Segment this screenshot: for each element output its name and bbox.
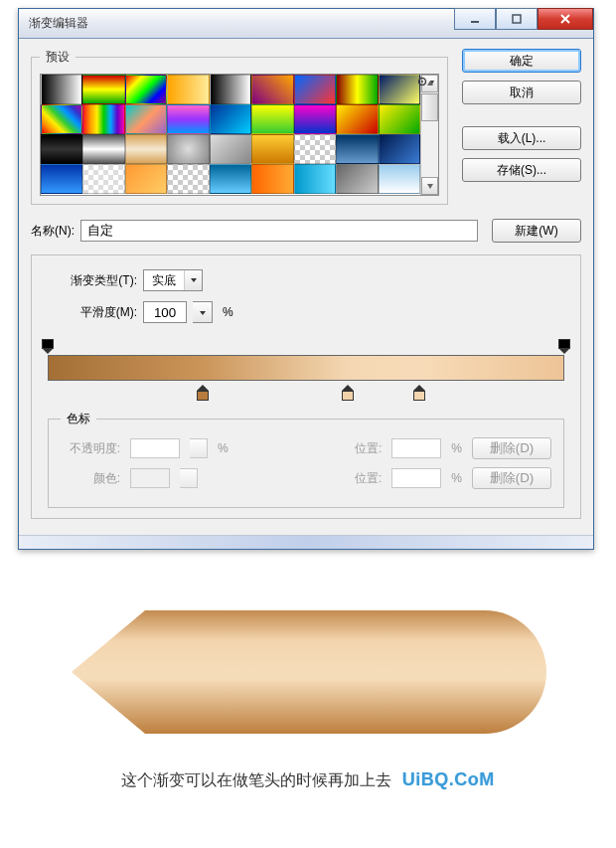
preset-swatch[interactable] <box>125 164 167 194</box>
close-button[interactable] <box>538 8 593 30</box>
position-label: 位置: <box>322 470 382 487</box>
load-button[interactable]: 载入(L)... <box>462 126 581 150</box>
svg-point-5 <box>421 81 423 83</box>
preset-swatch[interactable] <box>125 134 167 164</box>
preset-swatch[interactable] <box>294 134 336 164</box>
smoothness-label: 平滑度(M): <box>48 304 137 321</box>
color-position-input[interactable] <box>391 468 441 488</box>
gradient-track-area <box>48 333 564 403</box>
preset-swatch[interactable] <box>294 104 336 134</box>
preset-swatch[interactable] <box>41 134 82 164</box>
preset-swatch[interactable] <box>251 164 293 194</box>
scrollbar[interactable] <box>420 75 438 195</box>
preset-swatch[interactable] <box>251 104 293 134</box>
percent-label: % <box>223 305 233 319</box>
color-stepper[interactable] <box>180 468 198 488</box>
preset-swatch[interactable] <box>167 134 209 164</box>
gradient-bar[interactable] <box>48 355 564 381</box>
scroll-down-button[interactable] <box>421 177 438 195</box>
percent-label: % <box>451 471 462 485</box>
chevron-down-icon: ▾ <box>430 78 434 86</box>
opacity-position-input[interactable] <box>391 438 441 458</box>
smoothness-input[interactable] <box>143 301 187 323</box>
preset-swatch[interactable] <box>41 75 82 104</box>
pencil-result-image <box>68 604 548 740</box>
name-input[interactable] <box>80 220 478 242</box>
preset-swatch[interactable] <box>210 104 251 134</box>
scroll-track[interactable] <box>421 121 438 177</box>
color-stops-group: 色标 不透明度: % 位置: % 删除(D) 颜色: <box>48 411 564 508</box>
percent-label: % <box>218 441 229 455</box>
caption: 这个渐变可以在做笔头的时候再加上去 UiBQ.CoM <box>0 769 616 791</box>
percent-label: % <box>451 441 462 455</box>
watermark: UiBQ.CoM <box>402 769 495 790</box>
gear-icon[interactable]: ▾ <box>415 74 435 89</box>
svg-marker-9 <box>200 311 206 315</box>
preset-swatch[interactable] <box>336 104 378 134</box>
chevron-down-icon <box>184 270 202 290</box>
preset-swatch[interactable] <box>82 104 124 134</box>
color-swatch-input[interactable] <box>130 468 170 488</box>
preset-swatch[interactable] <box>251 75 293 104</box>
window-title: 渐变编辑器 <box>29 15 88 32</box>
save-button[interactable]: 存储(S)... <box>462 158 581 182</box>
preset-swatch[interactable] <box>41 104 82 134</box>
color-stop-handle[interactable] <box>342 385 354 401</box>
color-stop-handle[interactable] <box>413 385 425 401</box>
preset-swatch[interactable] <box>125 75 167 104</box>
opacity-stop-handle[interactable] <box>42 339 54 355</box>
preset-swatch[interactable] <box>379 75 420 104</box>
preset-swatch[interactable] <box>336 75 378 104</box>
new-button[interactable]: 新建(W) <box>492 219 581 243</box>
type-label: 渐变类型(T): <box>48 272 137 289</box>
preset-swatch[interactable] <box>379 164 420 194</box>
opacity-stop-handle[interactable] <box>558 339 570 355</box>
scroll-thumb[interactable] <box>421 93 438 121</box>
preset-swatch[interactable] <box>294 75 336 104</box>
ok-button[interactable]: 确定 <box>462 49 581 73</box>
preset-swatch[interactable] <box>336 134 378 164</box>
presets-container <box>40 74 439 196</box>
preset-swatch[interactable] <box>167 104 209 134</box>
delete-color-button[interactable]: 删除(D) <box>472 467 551 489</box>
titlebar[interactable]: 渐变编辑器 <box>19 9 593 39</box>
opacity-label: 不透明度: <box>61 440 120 457</box>
preset-swatch[interactable] <box>210 75 251 104</box>
name-row: 名称(N): 新建(W) <box>31 219 581 243</box>
preset-swatch[interactable] <box>210 164 251 194</box>
color-stop-handle[interactable] <box>197 385 209 401</box>
type-value: 实底 <box>144 272 184 289</box>
preset-swatch[interactable] <box>82 134 124 164</box>
opacity-input[interactable] <box>130 438 180 458</box>
opacity-stepper[interactable] <box>190 438 208 458</box>
delete-opacity-button[interactable]: 删除(D) <box>472 437 551 459</box>
smoothness-stepper[interactable] <box>193 301 213 323</box>
preset-swatch[interactable] <box>336 164 378 194</box>
name-label: 名称(N): <box>31 223 75 240</box>
preset-swatch[interactable] <box>82 164 124 194</box>
preset-grid[interactable] <box>41 75 420 194</box>
action-buttons: 确定 取消 载入(L)... 存储(S)... <box>462 49 581 205</box>
svg-marker-7 <box>427 184 433 189</box>
preset-swatch[interactable] <box>41 164 82 194</box>
preset-swatch[interactable] <box>167 75 209 104</box>
svg-marker-8 <box>191 278 197 282</box>
preset-swatch[interactable] <box>210 134 251 164</box>
presets-group: 预设 ▾ <box>31 49 448 205</box>
maximize-button[interactable] <box>496 8 538 30</box>
preset-swatch[interactable] <box>379 134 420 164</box>
cancel-button[interactable]: 取消 <box>462 81 581 104</box>
color-label: 颜色: <box>61 470 120 487</box>
preset-swatch[interactable] <box>125 104 167 134</box>
status-bar <box>19 535 593 549</box>
preset-swatch[interactable] <box>251 134 293 164</box>
position-label: 位置: <box>322 440 382 457</box>
minimize-button[interactable] <box>454 8 496 30</box>
preset-swatch[interactable] <box>379 104 420 134</box>
dialog-body: 预设 ▾ 确定 取消 <box>19 39 593 535</box>
preset-swatch[interactable] <box>294 164 336 194</box>
preset-swatch[interactable] <box>167 164 209 194</box>
gradient-type-select[interactable]: 实底 <box>143 269 203 291</box>
preset-swatch[interactable] <box>82 75 124 104</box>
gradient-editor-group: 渐变类型(T): 实底 平滑度(M): % 色标 不透明度 <box>31 254 581 519</box>
